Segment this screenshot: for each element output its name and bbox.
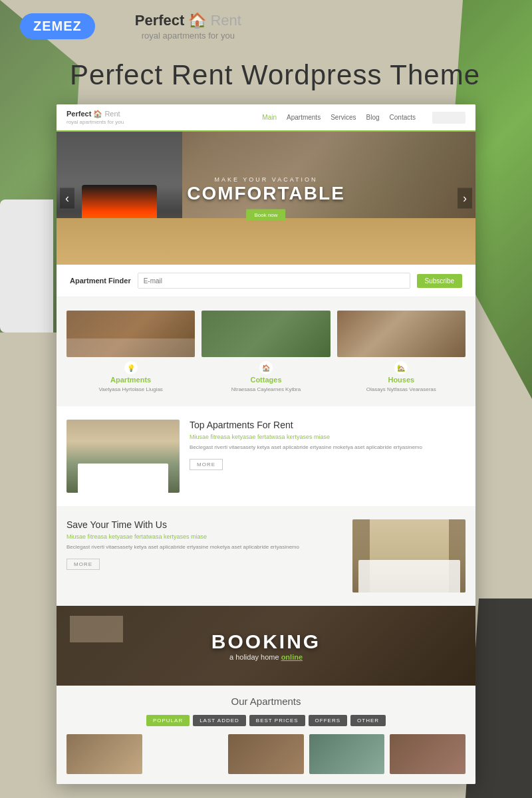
nav-link-contacts[interactable]: Contacts — [390, 114, 416, 121]
category-houses-name: Houses — [337, 376, 466, 384]
home-icon: 🏠 — [262, 364, 270, 372]
tab-other[interactable]: OTHER — [350, 715, 386, 726]
mockup-logo-perfect: Perfect — [66, 110, 91, 118]
tab-offers[interactable]: OFFERS — [309, 715, 347, 726]
hero-next-arrow[interactable]: › — [458, 188, 472, 209]
booking-online-text: online — [281, 653, 303, 661]
category-section: 💡 Apartments Vaetyasa Hyrtolase Liugias … — [57, 297, 475, 406]
site-title-row: Perfect 🏠 Rent — [135, 12, 241, 29]
category-cottages-image — [201, 311, 330, 357]
tab-best-prices[interactable]: BEST PRICES — [249, 715, 305, 726]
main-heading-area: Perfect Rent Wordpress Theme — [0, 53, 532, 104]
site-title-area: Perfect 🏠 Rent royal apartments for you — [135, 12, 241, 41]
hero-text: MAKE YOUR VACATION COMFORTABLE Book now — [187, 176, 345, 221]
hero-floor — [57, 218, 475, 265]
hero-comfortable-text: COMFORTABLE — [187, 183, 345, 204]
nav-link-main[interactable]: Main — [262, 114, 277, 121]
save-time-more-button[interactable]: MORE — [66, 559, 100, 570]
site-title-rent: Rent — [210, 12, 241, 29]
booking-shelf-decoration — [70, 616, 123, 642]
mockup-logo-icon: 🏠 — [93, 110, 104, 118]
category-cottages-name: Cottages — [201, 376, 330, 384]
apt-thumb-5[interactable] — [390, 734, 466, 774]
category-houses-desc: Olasays Nytfasas Vearaseras — [337, 386, 466, 393]
apt-thumb-4[interactable] — [309, 734, 385, 774]
booking-subtitle: a holiday home online — [229, 653, 303, 661]
building-icon: 🏡 — [397, 364, 405, 372]
category-houses-image — [337, 311, 466, 357]
apt-img-bed — [78, 464, 168, 493]
category-apartments-icon-wrapper: 💡 — [66, 361, 195, 374]
top-apt-image — [66, 420, 180, 493]
room-simulation — [66, 311, 195, 357]
category-houses-icon-wrapper: 🏡 — [337, 361, 466, 374]
nav-link-apartments[interactable]: Apartments — [287, 114, 321, 121]
save-time-title: Save Your Time With Us — [66, 519, 342, 530]
top-apt-title: Top Apartments For Rent — [190, 420, 466, 430]
our-apartments-section: Our Apartments POPULAR LAST ADDED BEST P… — [57, 686, 475, 784]
tab-last-added[interactable]: LAST ADDED — [193, 715, 246, 726]
top-apt-more-button[interactable]: MORE — [190, 459, 223, 470]
bg-chair — [466, 598, 532, 798]
save-time-section: Save Your Time With Us Miusae fitreasa k… — [57, 506, 475, 606]
our-apartments-title: Our Apartments — [66, 696, 466, 707]
finder-email-input[interactable] — [138, 273, 410, 289]
finder-label: Apartment Finder — [70, 277, 131, 285]
apt-thumb-1[interactable] — [66, 734, 142, 774]
save-time-text: Save Your Time With Us Miusae fitreasa k… — [66, 519, 342, 570]
category-item-cottages[interactable]: 🏠 Cottages Ntraesasa Caylearnes Kytbra — [201, 311, 330, 393]
save-img-background — [352, 519, 466, 593]
mockup-logo-sub: royal apartments for you — [66, 119, 124, 125]
zemez-logo[interactable]: ZEMEZ — [20, 13, 95, 39]
top-apartments-section: Top Apartments For Rent Miusae fitreasa … — [57, 406, 475, 506]
category-item-apartments[interactable]: 💡 Apartments Vaetyasa Hyrtolase Liugias — [66, 311, 195, 393]
save-img-bed — [358, 560, 460, 593]
category-apartments-name: Apartments — [66, 376, 195, 384]
hero-book-button[interactable]: Book now — [246, 209, 285, 221]
save-time-desc2: Beclegast riverti vitaesasety ketya aset… — [66, 543, 342, 551]
booking-title: BOOKING — [211, 630, 321, 653]
apt-thumb-2[interactable] — [148, 734, 223, 774]
apt-thumb-3[interactable] — [228, 734, 304, 774]
room-floor — [66, 338, 195, 357]
apartment-thumbnails — [66, 734, 466, 774]
category-cottages-desc: Ntraesasa Caylearnes Kytbra — [201, 386, 330, 393]
mockup-nav: Perfect 🏠 Rent royal apartments for you … — [57, 104, 475, 132]
hero-slider: MAKE YOUR VACATION COMFORTABLE Book now … — [57, 132, 475, 265]
finder-subscribe-button[interactable]: Subscribe — [417, 274, 462, 288]
booking-section: BOOKING a holiday home online — [57, 606, 475, 686]
category-cottages-icon-wrapper: 🏠 — [201, 361, 330, 374]
category-apartments-image — [66, 311, 195, 357]
site-subtitle: royal apartments for you — [135, 31, 241, 41]
page-title: Perfect Rent Wordpress Theme — [70, 59, 512, 91]
apartments-tabs: POPULAR LAST ADDED BEST PRICES OFFERS OT… — [66, 715, 466, 726]
mockup-logo-rent: Rent — [104, 110, 120, 118]
mockup-logo: Perfect 🏠 Rent royal apartments for you — [66, 110, 124, 125]
category-apartments-icon: 💡 — [124, 361, 138, 374]
lamp-icon: 💡 — [127, 364, 135, 372]
tab-popular[interactable]: POPULAR — [146, 715, 190, 726]
apt-img-background — [66, 420, 180, 493]
save-time-desc1: Miusae fitreasa ketyasae fertatwasa kert… — [66, 533, 342, 540]
mockup-nav-links: Main Apartments Services Blog Contacts — [262, 112, 466, 124]
top-apt-desc2: Beclegast riverti vitaesasety ketya aset… — [190, 444, 466, 452]
hero-prev-arrow[interactable]: ‹ — [60, 188, 74, 209]
nav-link-blog[interactable]: Blog — [366, 114, 380, 121]
site-title-perfect: Perfect — [135, 12, 185, 29]
category-grid: 💡 Apartments Vaetyasa Hyrtolase Liugias … — [66, 311, 466, 393]
category-item-houses[interactable]: 🏡 Houses Olasays Nytfasas Vearaseras — [337, 311, 466, 393]
category-apartments-desc: Vaetyasa Hyrtolase Liugias — [66, 386, 195, 393]
nav-search-box[interactable] — [432, 112, 466, 124]
top-apt-text: Top Apartments For Rent Miusae fitreasa … — [190, 420, 466, 470]
category-cottages-icon: 🏠 — [259, 361, 273, 374]
bg-sofa — [0, 200, 53, 332]
top-apt-desc1: Miusae fitreasa ketyasae fertatwasa kert… — [190, 434, 466, 440]
mockup-container: Perfect 🏠 Rent royal apartments for you … — [57, 104, 475, 784]
category-houses-icon: 🏡 — [394, 361, 408, 374]
booking-subtitle-text: a holiday home — [229, 653, 279, 661]
nav-link-services[interactable]: Services — [331, 114, 356, 121]
apartment-finder-bar: Apartment Finder Subscribe — [57, 265, 475, 297]
hero-vacation-text: MAKE YOUR VACATION — [187, 176, 345, 183]
save-time-image — [352, 519, 466, 593]
top-bar: ZEMEZ Perfect 🏠 Rent royal apartments fo… — [0, 0, 532, 53]
